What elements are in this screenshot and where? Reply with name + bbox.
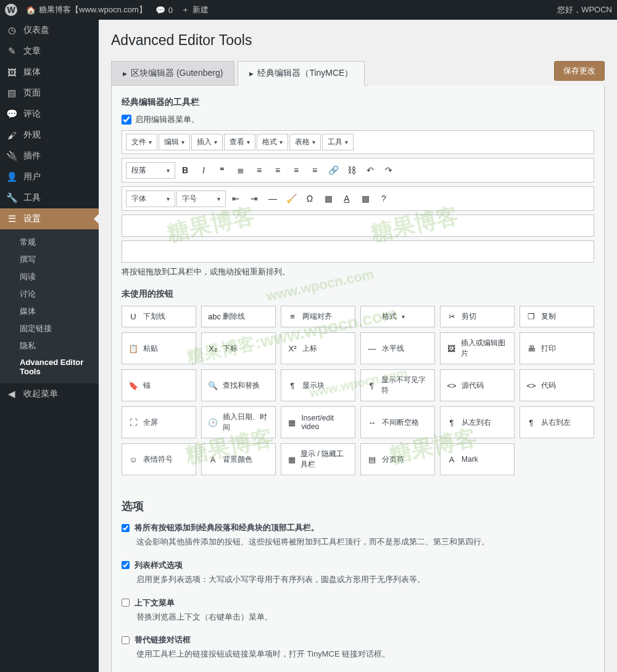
- unused-button[interactable]: ☺表情符号: [122, 443, 196, 475]
- align-right-icon[interactable]: ≡: [306, 162, 323, 179]
- unlink-icon[interactable]: ⛓: [343, 162, 360, 179]
- menu-item-6[interactable]: 🔌插件: [0, 145, 99, 166]
- link-icon[interactable]: 🔗: [325, 162, 342, 179]
- editor-menu-item[interactable]: 插入: [191, 134, 223, 150]
- submenu-item[interactable]: 固定链接: [0, 320, 99, 337]
- submenu-item[interactable]: 阅读: [0, 268, 99, 285]
- unused-button[interactable]: 🔖锚: [122, 369, 196, 401]
- submenu-item[interactable]: 常规: [0, 234, 99, 251]
- outdent-icon[interactable]: ⇤: [227, 190, 244, 207]
- unused-button[interactable]: 🖼插入或编辑图片: [440, 332, 515, 364]
- menu-item-3[interactable]: ▤页面: [0, 83, 99, 104]
- unused-button[interactable]: AMark: [440, 443, 515, 475]
- align-left-icon[interactable]: ≡: [269, 162, 286, 179]
- enable-menu-checkbox[interactable]: [122, 115, 131, 125]
- menu-icon: ☰: [6, 213, 17, 224]
- text-color-icon[interactable]: A: [338, 190, 355, 207]
- editor-menu-item[interactable]: 表格: [289, 134, 321, 150]
- undo-icon[interactable]: ↶: [362, 162, 379, 179]
- size-dropdown[interactable]: 字号: [176, 191, 226, 207]
- special-char-icon[interactable]: Ω: [301, 190, 318, 207]
- redo-icon[interactable]: ↷: [380, 162, 397, 179]
- unused-button[interactable]: ↔不间断空格: [360, 406, 435, 438]
- menu-item-7[interactable]: 👤用户: [0, 166, 99, 187]
- editor-menu-item[interactable]: 格式: [257, 134, 288, 150]
- unused-button[interactable]: ⛶全屏: [122, 406, 196, 438]
- option-checkbox[interactable]: [122, 561, 130, 569]
- unused-button[interactable]: ¶从左到右: [440, 406, 515, 438]
- submenu-item[interactable]: 讨论: [0, 285, 99, 303]
- bold-icon[interactable]: B: [176, 162, 194, 179]
- editor-menu-item[interactable]: 查看: [224, 134, 255, 150]
- unused-button[interactable]: ▦Insert/edit video: [281, 406, 355, 438]
- menu-item-2[interactable]: 🖾媒体: [0, 62, 99, 83]
- italic-icon[interactable]: I: [195, 162, 212, 179]
- tab-gutenberg[interactable]: ▸ 区块编辑器 (Gutenberg): [111, 61, 234, 85]
- editor-menu-item[interactable]: 编辑: [159, 134, 190, 150]
- editor-menu-item[interactable]: 文件: [126, 134, 157, 150]
- menu-item-1[interactable]: ✎文章: [0, 41, 99, 62]
- clear-format-icon[interactable]: 🧹: [283, 190, 300, 207]
- editor-toolbar-row-3[interactable]: [122, 215, 594, 237]
- unused-button[interactable]: ▦显示 / 隐藏工具栏: [281, 443, 355, 475]
- unused-button[interactable]: ✂剪切: [440, 306, 515, 327]
- option-checkbox[interactable]: [122, 599, 130, 607]
- comments-link[interactable]: 💬 0: [155, 6, 173, 15]
- editor-menu-item[interactable]: 工具: [322, 134, 354, 150]
- option-checkbox[interactable]: [122, 524, 130, 532]
- option-checkbox[interactable]: [122, 636, 130, 644]
- indent-icon[interactable]: ⇥: [246, 190, 263, 207]
- table-icon[interactable]: ▦: [320, 190, 337, 207]
- unused-button[interactable]: U下划线: [122, 306, 196, 327]
- submenu-item[interactable]: 撰写: [0, 251, 99, 268]
- editor-toolbar-row-4[interactable]: [122, 240, 594, 263]
- unused-button[interactable]: 🔍查找和替换: [201, 369, 276, 401]
- enable-menu-row[interactable]: 启用编辑器菜单。: [122, 114, 594, 125]
- unused-button[interactable]: ▤分页符: [360, 443, 435, 475]
- unused-button[interactable]: ¶从右到左: [520, 406, 594, 438]
- unused-button[interactable]: X₂下标: [201, 332, 276, 364]
- menu-item-8[interactable]: 🔧工具: [0, 187, 99, 208]
- submenu-item[interactable]: 隐私: [0, 337, 99, 354]
- table2-icon[interactable]: ▦: [357, 190, 374, 207]
- option-row[interactable]: 上下文菜单: [122, 597, 594, 608]
- unused-button[interactable]: <>源代码: [440, 369, 515, 401]
- hr-icon[interactable]: —: [264, 190, 281, 207]
- wp-logo-icon[interactable]: W: [5, 4, 17, 16]
- unused-button[interactable]: 🖶打印: [520, 332, 594, 364]
- option-row[interactable]: 将所有按钮添加到经典段落和经典块的顶部工具栏。: [122, 522, 594, 533]
- unused-button[interactable]: ≡两端对齐: [281, 306, 355, 327]
- unused-button[interactable]: ❐复制: [520, 306, 594, 327]
- tab-tinymce[interactable]: ▸ 经典编辑器（TinyMCE）: [238, 61, 365, 86]
- menu-item-4[interactable]: 💬评论: [0, 104, 99, 125]
- unused-button[interactable]: <>代码: [520, 369, 594, 401]
- option-row[interactable]: 列表样式选项: [122, 560, 594, 571]
- save-button[interactable]: 保存更改: [554, 61, 605, 81]
- unused-button[interactable]: ¶显示块: [281, 369, 355, 401]
- submenu-item[interactable]: Advanced Editor Tools: [0, 354, 99, 379]
- align-center-icon[interactable]: ≡: [288, 162, 305, 179]
- unused-button[interactable]: A背景颜色: [201, 443, 276, 475]
- greeting-link[interactable]: 您好，WPOCN: [557, 4, 612, 15]
- unused-button[interactable]: 格式: [360, 306, 435, 327]
- quote-icon[interactable]: ❝: [213, 162, 231, 179]
- site-link[interactable]: 🏠 糖果博客【www.wpocn.com】: [26, 4, 147, 15]
- unused-button[interactable]: 🕒插入日期、时间: [201, 406, 276, 438]
- font-dropdown[interactable]: 字体: [126, 191, 175, 207]
- unused-button[interactable]: ¶显示不可见字符: [360, 369, 435, 401]
- paragraph-dropdown[interactable]: 段落: [126, 162, 175, 179]
- collapse-menu[interactable]: ◀收起菜单: [0, 383, 99, 404]
- menu-item-0[interactable]: ◷仪表盘: [0, 20, 99, 41]
- menu-item-9[interactable]: ☰设置: [0, 208, 99, 229]
- ul-icon[interactable]: ≣: [232, 162, 249, 179]
- help-icon[interactable]: ?: [375, 190, 392, 207]
- option-row[interactable]: 替代链接对话框: [122, 634, 594, 645]
- menu-item-5[interactable]: 🖌外观: [0, 125, 99, 145]
- ol-icon[interactable]: ≡: [251, 162, 268, 179]
- unused-button[interactable]: —水平线: [360, 332, 435, 364]
- unused-button[interactable]: X²上标: [281, 332, 355, 364]
- submenu-item[interactable]: 媒体: [0, 303, 99, 320]
- unused-button[interactable]: 📋粘贴: [122, 332, 196, 364]
- new-link[interactable]: ＋ 新建: [181, 4, 209, 15]
- unused-button[interactable]: abc删除线: [201, 306, 276, 327]
